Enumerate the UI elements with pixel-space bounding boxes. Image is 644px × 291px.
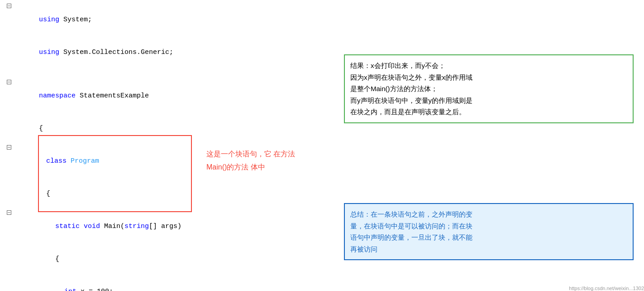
line-content: int x = 100; (13, 276, 113, 291)
code-line (4, 69, 330, 80)
code-text: StatementsExample (76, 92, 149, 100)
line-content (13, 69, 19, 80)
code-line: { (4, 178, 330, 210)
code-text: [] args) (149, 223, 181, 230)
line-content: class Program (13, 145, 99, 178)
keyword: string (124, 223, 149, 230)
line-content: using System.Collections.Generic; (13, 36, 173, 69)
code-text: { (39, 125, 43, 132)
code-line: using System; (4, 4, 330, 36)
line-content: namespace StatementsExample (13, 80, 149, 112)
keyword: using (39, 48, 59, 56)
blue-annotation-text: 总结：在一条块语句之前，之外声明的变量，在块语句中是可以被访问的；而在块语句中声… (350, 210, 472, 253)
keyword: void (84, 223, 100, 230)
keyword: namespace (39, 92, 76, 100)
line-content: { (13, 112, 43, 145)
line-content: { (13, 178, 50, 210)
code-text (80, 223, 84, 230)
gutter (5, 210, 13, 215)
green-annotation-text: 结果：x会打印出来，而y不会；因为x声明在块语句之外，变量x的作用域是整个Mai… (350, 62, 472, 116)
code-text: Main( (100, 223, 124, 230)
gutter (5, 80, 13, 84)
code-text: { (46, 190, 50, 198)
class-name: Program (71, 157, 99, 165)
keyword: using (39, 16, 59, 24)
keyword: int (64, 288, 76, 291)
keyword: class (46, 157, 67, 165)
gutter (5, 4, 13, 8)
code-line: static void Main(string[] args) (4, 210, 330, 243)
code-text: System.Collections.Generic; (59, 48, 173, 56)
collapse-icon[interactable] (7, 80, 11, 84)
collapse-icon[interactable] (7, 145, 11, 150)
code-line: using System.Collections.Generic; (4, 36, 330, 69)
keyword: static (55, 223, 80, 230)
line-content: static void Main(string[] args) (13, 210, 181, 243)
collapse-icon[interactable] (7, 4, 11, 8)
code-text: x = 100; (76, 288, 113, 291)
watermark: https://blog.csdn.net/weixin...1302 (569, 286, 644, 291)
line-content: using System; (13, 4, 92, 36)
code-line: { (4, 243, 330, 276)
code-text: { (55, 255, 59, 263)
line-content: { (13, 243, 59, 276)
collapse-icon[interactable] (7, 210, 11, 215)
blue-annotation-box: 总结：在一条块语句之前，之外声明的变量，在块语句中是可以被访问的；而在块语句中声… (344, 203, 634, 260)
code-text: System; (59, 16, 92, 24)
code-text (67, 157, 71, 165)
code-editor: using System; using System.Collections.G… (0, 0, 330, 291)
code-line: int x = 100; (4, 276, 330, 291)
gutter (5, 145, 13, 150)
red-annotation-text: 这是一个块语句，它 在方法Main()的方法 体中 (206, 148, 297, 174)
green-annotation-box: 结果：x会打印出来，而y不会；因为x声明在块语句之外，变量x的作用域是整个Mai… (344, 54, 634, 123)
code-line: { (4, 112, 330, 145)
code-line: namespace StatementsExample (4, 80, 330, 112)
